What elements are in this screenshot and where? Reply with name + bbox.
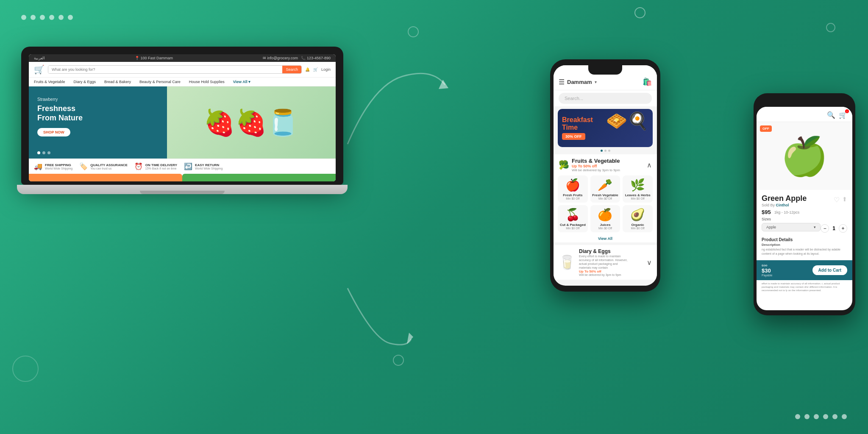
add-to-cart-button[interactable]: Add to Cart: [812, 265, 847, 275]
dairy-offer: Up To 50% off: [579, 270, 630, 273]
banner-carousel-dots: [554, 150, 657, 152]
topbar-arabic: العربية: [34, 56, 45, 60]
cat-household: House Hold Supplies: [189, 80, 225, 84]
cat-fresh-veg-label: Fresh Vegetable: [592, 193, 619, 197]
truck-icon: 🚚: [34, 162, 42, 170]
site-footer-bar: [29, 174, 336, 181]
leaves-herbs-icon: 🌿: [624, 178, 651, 192]
product-info: Green Apple Sold By Cinthol ♡ ⬆ $95 1kg …: [757, 190, 852, 260]
banner-text: Breakfast Time 30% OFF: [558, 112, 597, 144]
brand-name: Cinthol: [776, 203, 789, 207]
location-text: Dammam: [567, 79, 592, 85]
cat-diary: Diary & Eggs: [74, 80, 96, 84]
app-banner: Breakfast Time 30% OFF 🧇🍳: [558, 109, 653, 147]
qty-increase-button[interactable]: +: [839, 224, 847, 233]
feature-shipping-desc: World Wide Shipping: [45, 167, 72, 170]
category-grid: 🍎 Fresh Fruits Min $0 Off 🥕 Fresh Vegeta…: [554, 173, 657, 235]
return-icon: ↩️: [184, 162, 192, 170]
site-nav: 🛒 Search 🔔 🛒 Login: [29, 62, 336, 78]
dairy-desc: Every effort is made to maintain accurac…: [579, 254, 630, 270]
hero-title: FreshnessFrom Nature: [37, 104, 159, 122]
login-text: Login: [321, 67, 331, 72]
qty-selector: − 1 +: [821, 224, 847, 233]
phone1-notch: [588, 65, 622, 75]
laptop-mockup: العربية 📍 100 Fast Dammam ✉ info@grocery…: [21, 47, 343, 194]
svg-point-0: [635, 8, 645, 18]
cat-fruits: Fruits & Vegetable: [34, 80, 65, 84]
footer-discount-price: $30: [762, 264, 772, 267]
phone2-notch: [792, 98, 817, 105]
product-weight: 1kg - 10-12pcs: [774, 210, 800, 214]
cart-icon-badge[interactable]: 🛒: [839, 111, 847, 119]
dairy-expand-icon[interactable]: ∨: [647, 259, 652, 267]
qty-value: 1: [832, 225, 835, 231]
category-delivery: Will be delivered by 3pm to 9pm: [572, 168, 620, 172]
cat-leaves-herbs-sub: Min $0 Off: [624, 197, 651, 200]
feature-return-label: EASY RETURN: [195, 163, 223, 167]
category-offer: Up To 50% off: [572, 164, 620, 168]
feature-return: ↩️ EASY RETURNWorld Wide Shipping: [184, 162, 223, 170]
decorative-dots-top-left: [21, 15, 73, 20]
feature-shipping: 🚚 FREE SHIPPINGWorld Wide Shipping: [34, 162, 72, 170]
app-header-left: ☰ Dammam ▾: [559, 78, 597, 86]
size-selector[interactable]: Apple ▾: [762, 223, 821, 231]
product-name: Green Apple: [762, 194, 807, 203]
hero-text: Strawberry FreshnessFrom Nature SHOP NOW: [29, 86, 167, 159]
laptop-screen-inner: العربية 📍 100 Fast Dammam ✉ info@grocery…: [29, 54, 336, 181]
cut-packaged-icon: 🍒: [559, 208, 586, 222]
collapse-icon[interactable]: ∧: [647, 161, 652, 169]
cat-cut-packaged[interactable]: 🍒 Cut & Packaged Min $0 Off: [558, 205, 588, 232]
topbar-contact: ✉ info@grocery.com 📞 123-4567-890: [263, 56, 331, 60]
site-search-bar[interactable]: Search: [48, 65, 302, 74]
clock-icon: ⏰: [134, 162, 143, 170]
sizes-label: Sizes: [762, 217, 847, 221]
size-value: Apple: [766, 225, 776, 229]
cat-fresh-fruits[interactable]: 🍎 Fresh Fruits Min $0 Off: [558, 175, 588, 203]
qty-decrease-button[interactable]: −: [821, 224, 829, 233]
app-search[interactable]: Search...: [554, 90, 657, 106]
cat-leaves-herbs[interactable]: 🌿 Leaves & Herbs Min $0 Off: [623, 175, 653, 203]
footer-final-price: $30: [762, 267, 772, 274]
cat-bread: Bread & Bakery: [104, 80, 131, 84]
product-price: $95: [762, 209, 771, 215]
site-search-input[interactable]: [48, 66, 282, 73]
chevron-down-icon: ▾: [595, 80, 597, 84]
wishlist-icon[interactable]: ♡: [834, 196, 840, 204]
product-details-title: Product Details: [762, 237, 847, 242]
cat-cut-packaged-sub: Min $0 Off: [559, 227, 586, 230]
svg-point-2: [408, 27, 418, 37]
site-categories: Fruits & Vegetable Diary & Eggs Bread & …: [29, 78, 336, 86]
footer-payable: Payable: [762, 274, 772, 277]
shop-now-button[interactable]: SHOP NOW: [37, 128, 70, 136]
phone1-mockup: ☰ Dammam ▾ 🛍️ Search... Breakfast Time 3…: [550, 59, 660, 292]
product-desc-label: Description: [762, 243, 847, 247]
cat-organic[interactable]: 🥑 Organic Min $0 Off: [623, 205, 653, 232]
footer-green-bar: [182, 174, 336, 181]
feature-shipping-label: FREE SHIPPING: [45, 163, 72, 167]
product-price-row: $95 1kg - 10-12pcs: [762, 209, 847, 215]
hero-image: 🍓🍓🫙: [167, 86, 336, 159]
cat-juices-sub: Min $0 Off: [592, 227, 619, 230]
cat-fresh-veg[interactable]: 🥕 Fresh Vegetable Min $0 Off: [590, 175, 620, 203]
cat-juices[interactable]: 🍊 Juices Min $0 Off: [590, 205, 620, 232]
fruits-category-section: 🥦 Fruits & Vegetable Up To 50% off Will …: [554, 154, 657, 242]
strawberry-decoration: 🍓🍓🫙: [167, 86, 336, 159]
site-hero: Strawberry FreshnessFrom Nature SHOP NOW…: [29, 86, 336, 159]
product-header-icons: 🔍 🛒: [827, 111, 847, 119]
fruits-icon: 🥦: [559, 160, 569, 170]
cat-organic-sub: Min $0 Off: [624, 227, 651, 230]
site-search-button[interactable]: Search: [282, 66, 301, 73]
dairy-delivery: Will be delivered by 3pm to 9pm: [579, 273, 630, 276]
search-icon[interactable]: 🔍: [827, 111, 835, 119]
app-search-bar[interactable]: Search...: [559, 93, 652, 104]
share-icon[interactable]: ⬆: [842, 196, 847, 204]
dairy-icon: 🥛: [559, 254, 576, 270]
svg-marker-5: [407, 333, 413, 344]
dairy-title: Diary & Eggs: [579, 248, 630, 254]
dairy-info: Diary & Eggs Every effort is made to mai…: [579, 248, 630, 276]
category-title-group: 🥦 Fruits & Vegetable Up To 50% off Will …: [559, 158, 620, 172]
cat-fresh-veg-sub: Min $0 Off: [592, 197, 619, 200]
view-all-button[interactable]: View All: [554, 235, 657, 242]
product-footer: $30 $30 Payable Add to Cart: [757, 260, 852, 280]
feature-quality-label: QUALITY ASSURANCE: [90, 163, 128, 167]
